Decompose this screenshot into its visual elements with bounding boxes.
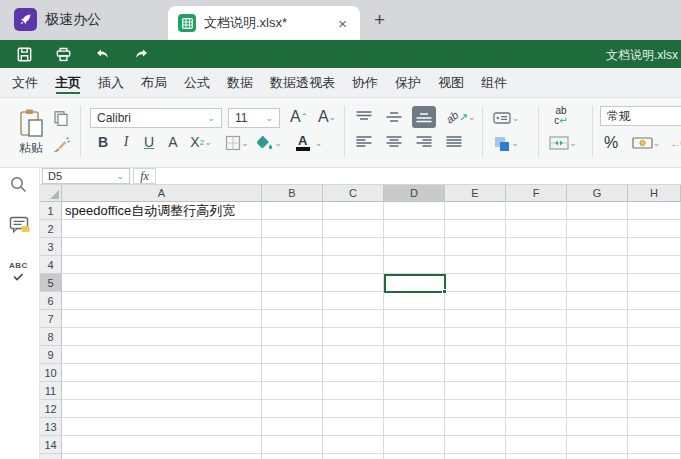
cell[interactable] — [323, 256, 384, 274]
column-header-C[interactable]: C — [323, 185, 384, 202]
cell[interactable] — [62, 292, 262, 310]
menu-collaborate[interactable]: 协作 — [352, 68, 378, 97]
cell[interactable] — [62, 400, 262, 418]
decrease-decimal-button[interactable]: ← 00 — [664, 132, 681, 154]
formula-input[interactable] — [156, 168, 681, 184]
cell[interactable] — [445, 274, 506, 292]
row-header-11[interactable]: 11 — [40, 382, 62, 400]
cell[interactable] — [628, 418, 681, 436]
menu-home[interactable]: 主页 — [55, 68, 81, 97]
app-menu-button[interactable]: 极速办公 — [14, 8, 101, 31]
menu-components[interactable]: 组件 — [481, 68, 507, 97]
percent-style-button[interactable]: % — [598, 131, 624, 155]
cell[interactable] — [506, 364, 567, 382]
cell[interactable] — [384, 310, 445, 328]
cell[interactable] — [567, 346, 628, 364]
cell[interactable] — [506, 382, 567, 400]
undo-icon[interactable] — [94, 47, 111, 62]
cell[interactable] — [506, 220, 567, 238]
row-header-7[interactable]: 7 — [40, 310, 62, 328]
cell[interactable] — [628, 400, 681, 418]
cell[interactable] — [628, 202, 681, 220]
align-middle-icon[interactable] — [382, 106, 406, 128]
cell[interactable] — [506, 202, 567, 220]
row-header-15[interactable]: 15 — [40, 454, 62, 459]
cell[interactable] — [445, 418, 506, 436]
cell[interactable] — [262, 310, 323, 328]
cell[interactable] — [384, 238, 445, 256]
cell[interactable] — [506, 418, 567, 436]
cell[interactable] — [62, 328, 262, 346]
text-orientation-button[interactable]: ab ↗ ⌄ — [442, 106, 480, 128]
row-header-5[interactable]: 5 — [40, 274, 62, 292]
search-icon[interactable] — [9, 175, 29, 195]
column-header-G[interactable]: G — [567, 185, 628, 202]
cell[interactable] — [445, 220, 506, 238]
print-icon[interactable] — [55, 46, 72, 63]
selection-box[interactable] — [384, 274, 446, 293]
cell[interactable] — [445, 382, 506, 400]
cell-styles-button[interactable]: ⌄ — [488, 108, 524, 128]
cell[interactable] — [62, 346, 262, 364]
cell[interactable] — [567, 454, 628, 459]
wrap-text-button[interactable]: ab c↵ — [544, 104, 578, 128]
cell[interactable] — [567, 292, 628, 310]
cell[interactable] — [384, 382, 445, 400]
format-painter-icon[interactable] — [48, 134, 74, 156]
cell[interactable] — [628, 274, 681, 292]
cell[interactable] — [262, 292, 323, 310]
spell-check-icon[interactable]: ABC — [9, 254, 28, 281]
cell[interactable] — [567, 328, 628, 346]
cell[interactable] — [62, 382, 262, 400]
cell[interactable] — [323, 436, 384, 454]
cell[interactable] — [62, 418, 262, 436]
cell[interactable] — [384, 256, 445, 274]
cell[interactable] — [323, 418, 384, 436]
cell[interactable] — [445, 238, 506, 256]
cell[interactable] — [628, 256, 681, 274]
cell[interactable] — [323, 328, 384, 346]
align-bottom-icon[interactable] — [412, 106, 436, 128]
cell[interactable] — [567, 418, 628, 436]
cell[interactable] — [445, 256, 506, 274]
cell[interactable] — [506, 400, 567, 418]
column-header-D[interactable]: D — [384, 185, 445, 202]
menu-insert[interactable]: 插入 — [98, 68, 124, 97]
cell[interactable] — [506, 256, 567, 274]
align-right-icon[interactable] — [412, 131, 436, 153]
redo-icon[interactable] — [133, 47, 150, 62]
cell[interactable] — [506, 274, 567, 292]
cell[interactable] — [62, 436, 262, 454]
menu-view[interactable]: 视图 — [438, 68, 464, 97]
cell[interactable] — [323, 238, 384, 256]
cell[interactable] — [323, 364, 384, 382]
select-all-corner[interactable] — [40, 185, 62, 202]
cell[interactable] — [384, 346, 445, 364]
menu-file[interactable]: 文件 — [12, 68, 38, 97]
column-header-H[interactable]: H — [628, 185, 681, 202]
cell[interactable] — [262, 328, 323, 346]
comment-icon[interactable] — [9, 215, 31, 235]
borders-button[interactable]: ⌄ — [222, 132, 252, 154]
italic-button[interactable]: I — [116, 131, 136, 153]
cell[interactable] — [628, 220, 681, 238]
cell[interactable] — [384, 328, 445, 346]
cell[interactable] — [262, 436, 323, 454]
row-header-12[interactable]: 12 — [40, 400, 62, 418]
row-header-9[interactable]: 9 — [40, 346, 62, 364]
document-tab[interactable]: 文档说明.xlsx* × — [168, 6, 360, 40]
cell[interactable] — [567, 220, 628, 238]
cell[interactable] — [628, 364, 681, 382]
cell[interactable] — [567, 364, 628, 382]
row-header-1[interactable]: 1 — [40, 202, 62, 220]
insert-function-button[interactable]: fx — [133, 168, 156, 184]
cell[interactable] — [628, 328, 681, 346]
cell[interactable] — [628, 382, 681, 400]
cell[interactable] — [567, 310, 628, 328]
row-header-6[interactable]: 6 — [40, 292, 62, 310]
cell[interactable] — [62, 274, 262, 292]
row-header-4[interactable]: 4 — [40, 256, 62, 274]
cell[interactable] — [262, 238, 323, 256]
cell[interactable] — [323, 310, 384, 328]
cell[interactable] — [445, 328, 506, 346]
